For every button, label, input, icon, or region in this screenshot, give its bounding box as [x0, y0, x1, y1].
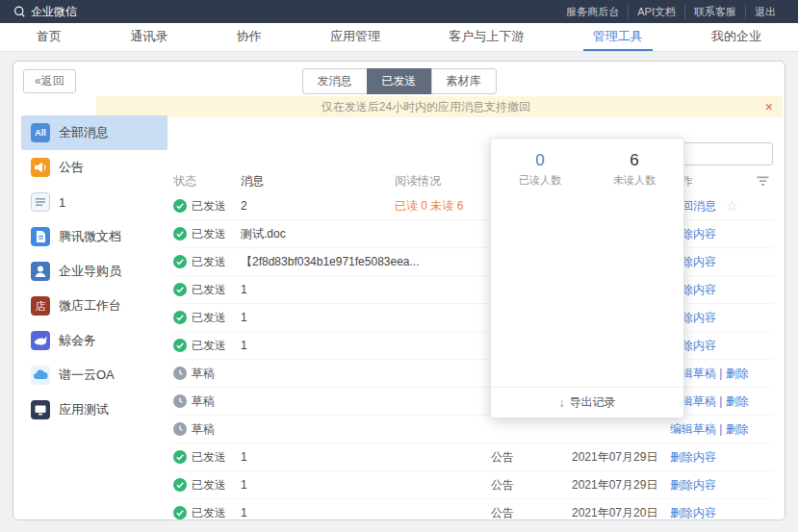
- main-nav: 首页 通讯录 协作 应用管理 客户与上下游 管理工具 我的企业: [0, 23, 798, 52]
- document-icon: [31, 227, 50, 246]
- api-docs-link[interactable]: API文档: [628, 5, 684, 19]
- recall-notice-banner: 仅在发送后24小时内的应用消息支持撤回 ×: [96, 96, 783, 117]
- message-cell[interactable]: 测试.doc: [241, 226, 395, 242]
- date-cell: 2021年07月29日: [572, 477, 670, 494]
- action-cell: 编辑草稿 | 删除: [670, 393, 773, 410]
- message-cell[interactable]: 2: [241, 199, 395, 213]
- monitor-icon: [31, 400, 50, 419]
- status-label: 草稿: [192, 393, 215, 410]
- provider-console-link[interactable]: 服务商后台: [557, 5, 628, 19]
- nav-collaboration[interactable]: 协作: [227, 23, 271, 51]
- unread-count-stat[interactable]: 6 未读人数: [599, 151, 670, 188]
- sidebar-item-weidian-workbench[interactable]: 店 微店工作台: [21, 289, 167, 323]
- nav-customers[interactable]: 客户与上下游: [439, 23, 533, 51]
- nav-contacts[interactable]: 通讯录: [120, 23, 177, 51]
- status-cell: 已发送: [173, 226, 241, 242]
- sidebar-item-announcement[interactable]: 公告: [21, 150, 167, 185]
- sidebar-item-label: 腾讯微文档: [59, 228, 121, 245]
- read-count-stat[interactable]: 0 已读人数: [504, 151, 576, 188]
- read-status-cell[interactable]: 已读 0 未读 6: [395, 198, 491, 215]
- sidebar-item-puyi-cloud-oa[interactable]: 谱一云OA: [21, 358, 167, 393]
- status-label: 已发送: [192, 254, 226, 270]
- action-cell: 删除内容: [670, 449, 773, 466]
- status-label: 已发送: [192, 282, 226, 298]
- message-cell[interactable]: 【2f8d83bf034b1e971fe5083eea...: [241, 254, 395, 270]
- status-cell: 草稿: [173, 393, 241, 410]
- action-cell: 删除内容: [670, 310, 773, 326]
- sent-status-icon: [173, 450, 187, 464]
- read-count-label: 已读人数: [504, 173, 576, 188]
- message-cell[interactable]: 1: [241, 311, 395, 324]
- sidebar-item-label: 1: [59, 195, 65, 210]
- megaphone-icon: [31, 158, 50, 177]
- status-label: 已发送: [192, 226, 226, 242]
- popup-stats: 0 已读人数 6 未读人数: [491, 139, 683, 188]
- sidebar-item-tencent-docs[interactable]: 腾讯微文档: [21, 219, 167, 254]
- action-link[interactable]: 编辑草稿 | 删除: [670, 421, 749, 438]
- back-button[interactable]: «返回: [23, 69, 76, 93]
- message-cell[interactable]: 1: [241, 339, 395, 352]
- sent-status-icon: [173, 478, 187, 492]
- export-records-button[interactable]: ↓ 导出记录: [491, 387, 683, 418]
- action-cell: 删除内容: [670, 505, 773, 521]
- nav-home[interactable]: 首页: [27, 23, 71, 51]
- contact-support-link[interactable]: 联系客服: [684, 5, 745, 19]
- action-link[interactable]: 删除内容: [670, 477, 716, 494]
- action-link[interactable]: 删除内容: [670, 449, 716, 466]
- sent-status-icon: [173, 255, 187, 268]
- sidebar-item-label: 公告: [59, 159, 84, 176]
- table-row: 草稿编辑草稿 | 删除: [173, 416, 773, 443]
- topbar: 企业微信 服务商后台 API文档 联系客服 退出: [0, 0, 798, 23]
- app-logo-text: 企业微信: [31, 4, 77, 20]
- nav-app-management[interactable]: 应用管理: [321, 23, 390, 51]
- nav-my-company[interactable]: 我的企业: [702, 23, 771, 51]
- sidebar-item-app-test[interactable]: 应用测试: [21, 393, 167, 427]
- sidebar-item-1[interactable]: 1: [21, 185, 167, 219]
- sidebar-item-shopping-guide[interactable]: 企业导购员: [21, 254, 167, 289]
- status-cell: 已发送: [173, 282, 241, 298]
- action-cell: 删除内容: [670, 254, 773, 270]
- status-cell: 草稿: [173, 366, 241, 382]
- close-icon[interactable]: ×: [756, 96, 783, 117]
- sidebar-item-all-messages[interactable]: All 全部消息: [21, 115, 167, 150]
- back-chevron-icon: «: [35, 74, 41, 88]
- sidebar-item-label: 企业导购员: [59, 263, 121, 280]
- status-label: 已发送: [192, 505, 226, 521]
- topbar-links: 服务商后台 API文档 联系客服 退出: [557, 5, 785, 19]
- action-cell: 删除内容: [670, 338, 773, 354]
- status-label: 已发送: [192, 198, 226, 215]
- date-cell: 2021年07月20日: [572, 505, 670, 521]
- logout-link[interactable]: 退出: [745, 5, 785, 19]
- tab-send-message[interactable]: 发消息: [302, 68, 368, 94]
- status-cell: 草稿: [173, 421, 241, 438]
- message-cell[interactable]: 1: [241, 450, 395, 464]
- unread-count: 6: [599, 151, 670, 170]
- status-label: 已发送: [192, 310, 226, 326]
- status-cell: 已发送: [173, 505, 241, 521]
- message-cell[interactable]: 1: [241, 283, 395, 296]
- export-records-label: 导出记录: [570, 394, 616, 411]
- status-cell: 已发送: [173, 310, 241, 326]
- nav-admin-tools[interactable]: 管理工具: [583, 23, 653, 51]
- action-cell: 编辑草稿 | 删除: [670, 366, 773, 382]
- star-icon[interactable]: ☆: [726, 198, 738, 214]
- message-tabs: 发消息 已发送 素材库: [302, 68, 497, 94]
- sidebar-item-label: 全部消息: [59, 124, 109, 141]
- header-read-status: 阅读情况: [395, 173, 491, 190]
- content-card: «返回 发消息 已发送 素材库 仅在发送后24小时内的应用消息支持撤回 × Al…: [13, 61, 785, 520]
- tab-material-library[interactable]: 素材库: [431, 68, 497, 94]
- message-cell[interactable]: 1: [241, 478, 395, 492]
- draft-status-icon: [173, 367, 187, 380]
- sidebar-item-whale-meeting[interactable]: 鲸会务: [21, 323, 167, 358]
- notice-text: 仅在发送后24小时内的应用消息支持撤回: [96, 99, 756, 115]
- tab-sent[interactable]: 已发送: [367, 68, 432, 94]
- date-cell: 2021年07月29日: [572, 449, 670, 466]
- read-count: 0: [504, 151, 576, 170]
- action-link[interactable]: 删除内容: [670, 505, 716, 521]
- sent-status-icon: [173, 506, 187, 519]
- draft-status-icon: [173, 394, 187, 408]
- action-cell: 删除内容: [670, 226, 773, 242]
- filter-icon[interactable]: [757, 176, 769, 187]
- message-cell[interactable]: 1: [241, 506, 395, 519]
- shop-icon: 店: [31, 296, 50, 316]
